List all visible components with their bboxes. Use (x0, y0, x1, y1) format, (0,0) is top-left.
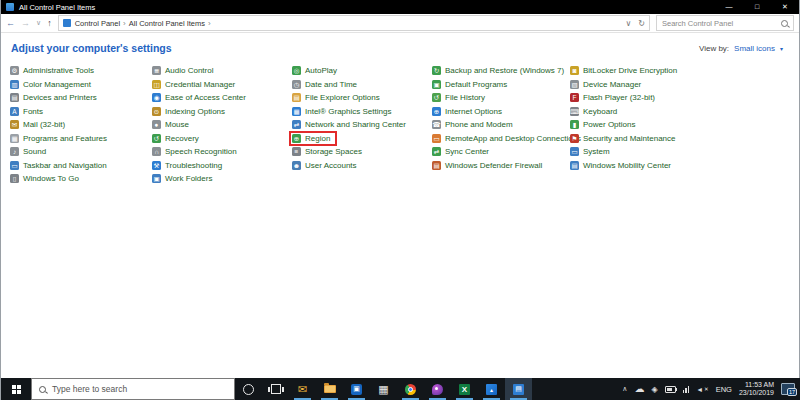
control-panel-item[interactable]: ◫Credential Manager (151, 78, 291, 92)
onedrive-icon[interactable]: ☁ (634, 384, 644, 394)
view-by-value[interactable]: Small icons (734, 44, 775, 53)
volume-muted-icon[interactable]: ◄✕ (696, 386, 709, 393)
control-panel-item[interactable]: ∩Speech Recognition (151, 145, 291, 159)
battery-icon[interactable] (665, 386, 676, 393)
chevron-down-icon[interactable]: ▾ (780, 45, 783, 52)
items-column: ↻Backup and Restore (Windows 7)▣Default … (431, 64, 569, 172)
items-column: ⚙Administrative Tools▥Color Management▤D… (9, 64, 151, 186)
item-label: Color Management (23, 80, 91, 89)
taskbar-search-input[interactable]: Type here to search (31, 378, 235, 400)
start-button[interactable] (1, 378, 31, 400)
item-label: Fonts (23, 107, 43, 116)
dropbox-icon[interactable]: ◈ (651, 385, 657, 394)
control-panel-item[interactable]: ▭System (569, 145, 797, 159)
recent-pages-dropdown-icon[interactable]: ∨ (36, 14, 41, 32)
address-bar[interactable]: Control Panel›All Control Panel Items› ∨… (58, 15, 650, 31)
control-panel-taskbar-button[interactable]: ▤ (505, 378, 532, 400)
excel-taskbar-button[interactable]: X (451, 378, 478, 400)
clock[interactable]: 11:53 AM 23/10/2019 (739, 381, 774, 398)
control-panel-item[interactable]: ⊕Internet Options (431, 105, 569, 119)
control-panel-item[interactable]: ◉Ease of Access Center (151, 91, 291, 105)
control-panel-item[interactable]: ⌨Keyboard (569, 105, 797, 119)
control-panel-item[interactable]: ↺Recovery (151, 132, 291, 146)
control-panel-item[interactable]: ▤File Explorer Options (291, 91, 431, 105)
control-panel-item[interactable]: ●Mouse (151, 118, 291, 132)
control-panel-item[interactable]: AFonts (9, 105, 151, 119)
control-panel-item[interactable]: ◙BitLocker Drive Encryption (569, 64, 797, 78)
control-panel-item[interactable]: ▯Windows To Go (9, 172, 151, 186)
programs-and-features-icon: ▦ (10, 134, 19, 143)
control-panel-item[interactable]: ▮Power Options (569, 118, 797, 132)
show-hidden-icons-icon[interactable]: ∧ (622, 385, 627, 393)
control-panel-item[interactable]: ▧Device Manager (569, 78, 797, 92)
control-panel-item[interactable]: FFlash Player (32-bit) (569, 91, 797, 105)
control-panel-item[interactable]: ◷Date and Time (291, 78, 431, 92)
control-panel-item[interactable]: ⇄Network and Sharing Center (291, 118, 431, 132)
task-view-taskbar-button[interactable] (262, 378, 289, 400)
control-panel-item[interactable]: ♪Sound (9, 145, 151, 159)
recovery-icon: ↺ (152, 134, 161, 143)
minimize-button[interactable]: — (715, 0, 743, 14)
control-panel-item[interactable]: ▤Devices and Printers (9, 91, 151, 105)
network-signal-icon[interactable] (683, 386, 690, 393)
control-panel-item[interactable]: ▦Programs and Features (9, 132, 151, 146)
photos-taskbar-button[interactable]: ▴ (478, 378, 505, 400)
cortana-taskbar-button[interactable] (235, 378, 262, 400)
control-panel-item[interactable]: ⊙Indexing Options (151, 105, 291, 119)
item-label: Mail (32-bit) (23, 120, 65, 129)
item-label: Keyboard (583, 107, 617, 116)
item-label: Programs and Features (23, 134, 107, 143)
control-panel-item[interactable]: ⇄Sync Center (431, 145, 569, 159)
control-panel-item[interactable]: ⚑Security and Maintenance (569, 132, 797, 146)
administrative-tools-icon: ⚙ (10, 66, 19, 75)
close-button[interactable]: ✕ (771, 0, 799, 14)
highlighted-item[interactable]: ⊕Region (291, 133, 335, 144)
control-panel-item[interactable]: ⊕Region (291, 132, 431, 146)
control-panel-item[interactable]: ▣Default Programs (431, 78, 569, 92)
control-panel-item[interactable]: ▦Intel® Graphics Settings (291, 105, 431, 119)
maximize-button[interactable]: □ (743, 0, 771, 14)
item-label: Sound (23, 147, 46, 156)
audio-control-icon: ≣ (152, 66, 161, 75)
control-panel-item[interactable]: ≡Storage Spaces (291, 145, 431, 159)
control-panel-item[interactable]: ▭RemoteApp and Desktop Connections (431, 132, 569, 146)
control-panel-item[interactable]: ▭Taskbar and Navigation (9, 159, 151, 173)
language-indicator[interactable]: ENG (716, 385, 732, 394)
control-panel-item[interactable]: ▤Windows Defender Firewall (431, 159, 569, 173)
paint3d-taskbar-button[interactable] (424, 378, 451, 400)
control-panel-item[interactable]: ◎AutoPlay (291, 64, 431, 78)
breadcrumb-item[interactable]: All Control Panel Items (129, 19, 205, 28)
address-dropdown-icon[interactable]: ∨ (625, 19, 631, 28)
power-options-icon: ▮ (570, 120, 579, 129)
breadcrumb-separator-icon[interactable]: › (207, 19, 212, 28)
item-label: Audio Control (165, 66, 213, 75)
control-panel-item[interactable]: ☎Phone and Modem (431, 118, 569, 132)
mail-taskbar-button[interactable]: ✉ (289, 378, 316, 400)
flash-player-icon: F (570, 93, 579, 102)
refresh-icon[interactable]: ↻ (638, 19, 645, 28)
control-panel-app-icon (6, 3, 14, 11)
file-explorer-taskbar-button[interactable] (316, 378, 343, 400)
up-button-icon[interactable]: ↑ (47, 14, 52, 32)
control-panel-item[interactable]: ▤Windows Mobility Center (569, 159, 797, 173)
fonts-icon: A (10, 107, 19, 116)
item-label: Work Folders (165, 174, 212, 183)
default-programs-icon: ▣ (432, 80, 441, 89)
control-panel-item[interactable]: ▣Work Folders (151, 172, 291, 186)
control-panel-item[interactable]: ↻Backup and Restore (Windows 7) (431, 64, 569, 78)
control-panel-search-input[interactable]: Search Control Panel (656, 15, 794, 31)
store-taskbar-button[interactable]: ▣ (343, 378, 370, 400)
calculator-taskbar-button[interactable]: ▦ (370, 378, 397, 400)
control-panel-item[interactable]: ✉Mail (32-bit) (9, 118, 151, 132)
control-panel-item[interactable]: ☻User Accounts (291, 159, 431, 173)
control-panel-item[interactable]: ⚒Troubleshooting (151, 159, 291, 173)
control-panel-item[interactable]: ▥Color Management (9, 78, 151, 92)
notification-badge-icon[interactable]: 17 (781, 383, 795, 395)
control-panel-item[interactable]: ⚙Administrative Tools (9, 64, 151, 78)
control-panel-item[interactable]: ↺File History (431, 91, 569, 105)
breadcrumb-item[interactable]: Control Panel (75, 19, 120, 28)
breadcrumb-separator-icon[interactable]: › (122, 19, 127, 28)
control-panel-item[interactable]: ≣Audio Control (151, 64, 291, 78)
back-button-icon[interactable]: ← (6, 14, 15, 32)
chrome-taskbar-button[interactable] (397, 378, 424, 400)
